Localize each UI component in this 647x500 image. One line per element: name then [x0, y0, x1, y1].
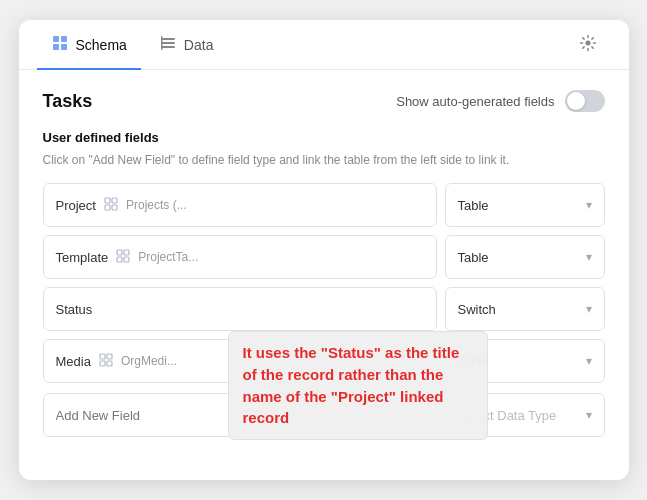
chevron-down-icon: ▾ — [586, 354, 592, 368]
chevron-down-icon: ▾ — [586, 250, 592, 264]
svg-rect-15 — [117, 257, 122, 262]
page-title: Tasks — [43, 91, 93, 112]
add-new-field-input[interactable] — [43, 393, 437, 437]
content-area: Tasks Show auto-generated fields User de… — [19, 70, 629, 457]
svg-rect-7 — [161, 36, 163, 50]
svg-rect-6 — [161, 46, 175, 48]
svg-rect-0 — [53, 36, 59, 42]
field-name-project: Project — [56, 198, 96, 213]
field-type-select-media[interactable]: Table ▾ — [445, 339, 605, 383]
schema-icon — [51, 34, 69, 56]
tab-data[interactable]: Data — [145, 20, 228, 70]
svg-rect-14 — [124, 250, 129, 255]
svg-rect-1 — [61, 36, 67, 42]
field-name-media: Media — [56, 354, 91, 369]
svg-rect-2 — [53, 44, 59, 50]
svg-rect-18 — [107, 354, 112, 359]
tab-settings[interactable] — [565, 20, 611, 70]
tab-bar: Schema Data — [19, 20, 629, 70]
field-name-box-template[interactable]: Template ProjectTa... — [43, 235, 437, 279]
add-field-row: Select Data Type ▾ — [43, 393, 605, 437]
svg-rect-9 — [105, 198, 110, 203]
link-icon-project — [104, 197, 118, 214]
chevron-down-icon: ▾ — [586, 198, 592, 212]
field-type-text-template: Table — [458, 250, 489, 265]
svg-rect-17 — [100, 354, 105, 359]
field-row: Template ProjectTa... Table — [43, 235, 605, 279]
section-desc: Click on "Add New Field" to define field… — [43, 151, 605, 169]
svg-rect-4 — [161, 38, 175, 40]
field-type-select-project[interactable]: Table ▾ — [445, 183, 605, 227]
svg-rect-10 — [112, 198, 117, 203]
section-title: User defined fields — [43, 130, 605, 145]
svg-rect-11 — [105, 205, 110, 210]
svg-rect-12 — [112, 205, 117, 210]
tab-schema[interactable]: Schema — [37, 20, 141, 70]
field-link-text-media: OrgMedi... — [121, 354, 177, 368]
select-data-type-text: Select Data Type — [458, 408, 557, 423]
field-type-text-project: Table — [458, 198, 489, 213]
field-link-text-template: ProjectTa... — [138, 250, 198, 264]
toggle-label: Show auto-generated fields — [396, 94, 554, 109]
field-name-box-media[interactable]: Media OrgMedi... — [43, 339, 437, 383]
svg-rect-16 — [124, 257, 129, 262]
field-name-status: Status — [56, 302, 93, 317]
chevron-down-icon: ▾ — [586, 408, 592, 422]
gear-icon — [579, 34, 597, 56]
svg-rect-20 — [107, 361, 112, 366]
svg-point-8 — [585, 41, 590, 46]
svg-rect-5 — [161, 42, 175, 44]
toggle-row: Show auto-generated fields — [396, 90, 604, 112]
field-row: Status Switch ▾ — [43, 287, 605, 331]
svg-rect-3 — [61, 44, 67, 50]
field-name-box-status[interactable]: Status — [43, 287, 437, 331]
main-window: Schema Data T — [19, 20, 629, 480]
field-link-text-project: Projects (... — [126, 198, 187, 212]
fields-container: It uses the "Status" as the title of the… — [43, 183, 605, 437]
link-icon-template — [116, 249, 130, 266]
select-data-type-dropdown[interactable]: Select Data Type ▾ — [445, 393, 605, 437]
field-row: Media OrgMedi... Table — [43, 339, 605, 383]
field-type-text-status: Switch — [458, 302, 496, 317]
field-name-box-project[interactable]: Project Projects (... — [43, 183, 437, 227]
field-type-text-media: Table — [458, 354, 489, 369]
page-header: Tasks Show auto-generated fields — [43, 90, 605, 112]
link-icon-media — [99, 353, 113, 370]
data-icon — [159, 34, 177, 56]
auto-generated-toggle[interactable] — [565, 90, 605, 112]
svg-rect-13 — [117, 250, 122, 255]
tab-data-label: Data — [184, 37, 214, 53]
field-name-template: Template — [56, 250, 109, 265]
tab-schema-label: Schema — [76, 37, 127, 53]
field-row: Project Projects (... Table — [43, 183, 605, 227]
fields-list: Project Projects (... Table — [43, 183, 605, 437]
chevron-down-icon: ▾ — [586, 302, 592, 316]
field-type-select-status[interactable]: Switch ▾ — [445, 287, 605, 331]
field-type-select-template[interactable]: Table ▾ — [445, 235, 605, 279]
svg-rect-19 — [100, 361, 105, 366]
